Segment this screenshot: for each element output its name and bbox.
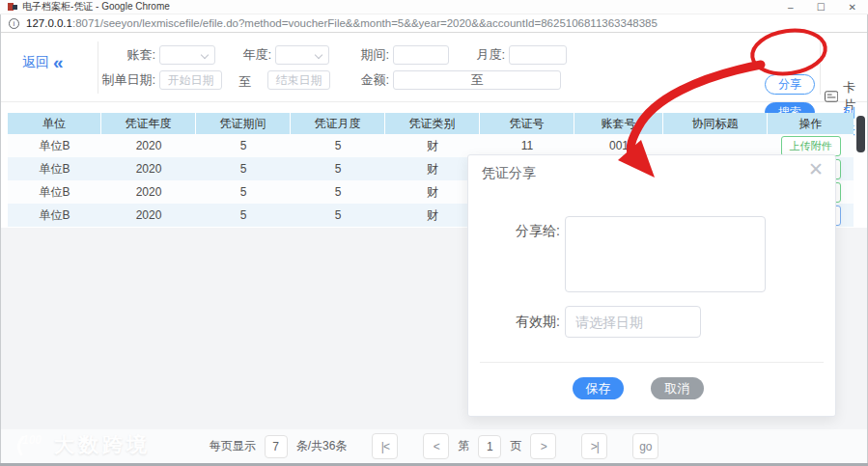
- cell-voucher-year: 2020: [101, 157, 196, 180]
- cell-unit: 单位B: [8, 204, 101, 227]
- account-set-select[interactable]: [159, 45, 215, 65]
- window-titlebar: 电子档案柜-凭证 - Google Chrome – ☐ ✕: [0, 0, 868, 14]
- per-page-input[interactable]: [265, 435, 288, 458]
- account-set-label: 账套:: [117, 45, 155, 65]
- back-arrows-icon: «: [53, 56, 64, 69]
- url-path: :8071/seeyon/lexmiscefile/efile.do?metho…: [72, 17, 658, 29]
- view-toggle-divider: [820, 39, 821, 95]
- col-header: 单位: [8, 113, 101, 134]
- go-button[interactable]: go: [632, 433, 658, 459]
- page-number-input[interactable]: [478, 435, 501, 458]
- validity-label: 有效期:: [468, 314, 560, 331]
- share-button[interactable]: 分享: [765, 74, 815, 95]
- cell-voucher-period: 5: [196, 157, 291, 180]
- validity-date-input[interactable]: [565, 306, 701, 338]
- month-label: 月度:: [474, 45, 505, 65]
- cell-voucher-period: 5: [196, 204, 291, 227]
- cell-unit: 单位B: [8, 134, 101, 157]
- favicon-icon: [8, 2, 17, 12]
- cell-voucher-category: 财: [385, 157, 480, 180]
- cell-voucher-year: 2020: [101, 204, 196, 227]
- cell-voucher-month: 5: [291, 180, 385, 204]
- filter-toolbar: 返回 « 账套: 年度: 期间: 月度: 制单日期: 至 金额: 至 分享 搜索…: [1, 33, 867, 102]
- cell-voucher-month: 5: [291, 134, 385, 157]
- cell-unit: 单位B: [8, 157, 101, 180]
- cell-voucher-category: 财: [385, 134, 480, 157]
- upload-attachment-button[interactable]: 上传附件: [781, 136, 841, 156]
- share-to-textarea[interactable]: [565, 216, 766, 292]
- month-input[interactable]: [509, 45, 567, 65]
- cancel-button[interactable]: 取消: [651, 377, 704, 399]
- cell-voucher-year: 2020: [101, 180, 196, 204]
- prev-page-button[interactable]: <: [423, 433, 449, 459]
- pagination-bar: 每页显示 条/共36条 |< < 第 页 > >| go: [1, 429, 867, 463]
- amount-label: 金额:: [358, 70, 389, 90]
- col-header: 协同标题: [663, 113, 768, 134]
- col-header: 凭证类别: [385, 113, 480, 134]
- cell-voucher-period: 5: [196, 180, 291, 204]
- col-header: 账套号: [574, 113, 663, 134]
- cell-voucher-month: 5: [291, 157, 385, 180]
- back-label: 返回: [22, 54, 49, 71]
- amount-range-input[interactable]: 至: [393, 70, 561, 90]
- chevron-down-icon: [315, 51, 322, 59]
- minimize-button[interactable]: –: [788, 0, 794, 14]
- url-host: 127.0.0.1: [26, 17, 72, 29]
- scrollbar-thumb[interactable]: [856, 116, 865, 152]
- share-to-label: 分享给:: [468, 223, 560, 240]
- col-header: 操作: [768, 113, 854, 134]
- cell-voucher-year: 2020: [101, 134, 196, 157]
- col-header: 凭证期间: [196, 113, 291, 134]
- first-page-button[interactable]: |<: [372, 433, 398, 459]
- url-text[interactable]: 127.0.0.1:8071/seeyon/lexmiscefile/efile…: [26, 17, 658, 29]
- table-header-row: 单位 凭证年度 凭证期间 凭证月度 凭证类别 凭证号 账套号 协同标题 操作: [8, 113, 854, 134]
- end-date-input[interactable]: [267, 70, 330, 90]
- cell-voucher-category: 财: [385, 204, 480, 227]
- page-prefix-label: 第: [458, 438, 469, 454]
- address-bar[interactable]: i 127.0.0.1:8071/seeyon/lexmiscefile/efi…: [0, 14, 868, 33]
- chevron-down-icon: [201, 51, 209, 59]
- period-input[interactable]: [393, 45, 449, 65]
- window-border: [0, 14, 1, 466]
- card-icon: [825, 91, 838, 102]
- dialog-title: 凭证分享: [482, 165, 536, 182]
- info-icon[interactable]: i: [9, 18, 19, 29]
- window-title: 电子档案柜-凭证 - Google Chrome: [22, 0, 170, 14]
- close-button[interactable]: ✕: [849, 0, 856, 14]
- year-label: 年度:: [238, 45, 271, 65]
- amount-to-label: 至: [471, 71, 484, 89]
- page-suffix-label: 页: [510, 438, 521, 454]
- per-page-label: 每页显示: [210, 438, 256, 454]
- voucher-share-dialog: 凭证分享 ✕ 分享给: 有效期: 保存 取消: [467, 154, 836, 417]
- next-page-button[interactable]: >: [530, 433, 556, 459]
- dialog-close-icon[interactable]: ✕: [808, 160, 824, 179]
- make-date-label: 制单日期:: [96, 70, 155, 90]
- date-to-label: 至: [238, 73, 251, 91]
- cell-voucher-month: 5: [291, 204, 385, 227]
- cell-voucher-period: 5: [196, 134, 291, 157]
- col-header: 凭证月度: [291, 113, 385, 134]
- period-label: 期间:: [358, 45, 389, 65]
- col-header: 凭证号: [480, 113, 574, 134]
- save-button[interactable]: 保存: [573, 377, 624, 399]
- cell-voucher-category: 财: [385, 180, 480, 204]
- total-count-label: 条/共36条: [296, 438, 348, 454]
- back-button[interactable]: 返回 «: [22, 54, 64, 71]
- year-select[interactable]: [275, 45, 329, 65]
- dialog-divider: [480, 362, 824, 363]
- start-date-input[interactable]: [159, 70, 222, 90]
- cell-unit: 单位B: [8, 180, 101, 204]
- col-header: 凭证年度: [101, 113, 196, 134]
- maximize-button[interactable]: ☐: [817, 0, 826, 14]
- last-page-button[interactable]: >|: [581, 433, 607, 459]
